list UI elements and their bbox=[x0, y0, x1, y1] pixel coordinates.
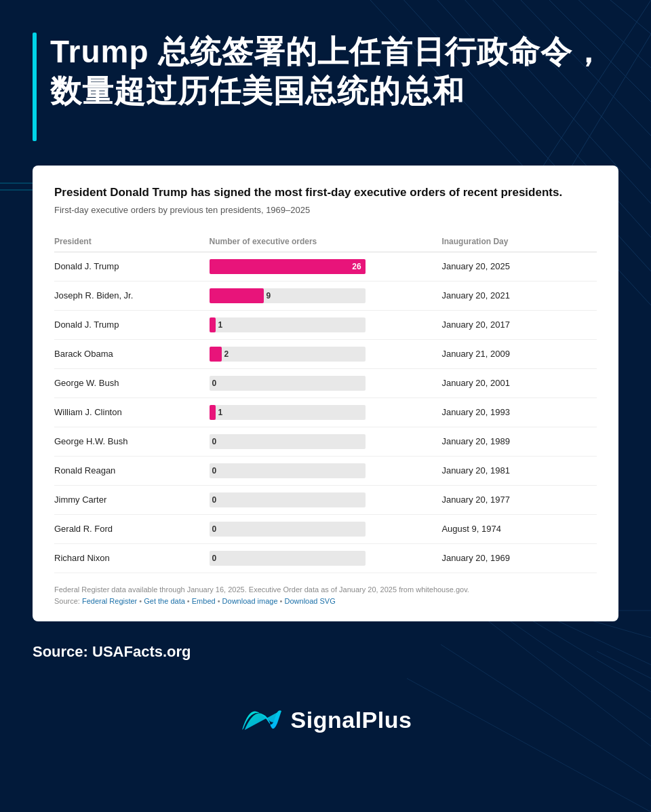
bar-cell: 9 bbox=[210, 281, 442, 310]
chart-subtitle: First-day executive orders by previous t… bbox=[54, 205, 597, 215]
bar-value-label: 1 bbox=[218, 408, 223, 417]
col-date: Inauguration Day bbox=[441, 231, 597, 252]
footer-link[interactable]: Federal Register bbox=[82, 597, 137, 605]
president-name: George W. Bush bbox=[54, 368, 210, 398]
footer-link[interactable]: Embed bbox=[192, 597, 216, 605]
logo-text: SignalPlus bbox=[291, 707, 412, 733]
footer-separator: • bbox=[137, 597, 144, 605]
inauguration-date: January 20, 1969 bbox=[441, 543, 597, 573]
source-line: Source: USAFacts.org bbox=[33, 643, 618, 661]
table-row: Barack Obama2January 21, 2009 bbox=[54, 339, 597, 368]
inauguration-date: January 20, 2021 bbox=[441, 281, 597, 310]
footer-note: Federal Register data available through … bbox=[54, 584, 597, 596]
bar-zero-label: 0 bbox=[212, 437, 217, 446]
title-section: Trump 总统签署的上任首日行政命令，数量超过历任美国总统的总和 bbox=[33, 33, 618, 141]
inauguration-date: August 9, 1974 bbox=[441, 514, 597, 543]
table-row: George H.W. Bush0January 20, 1989 bbox=[54, 427, 597, 456]
inauguration-date: January 20, 1977 bbox=[441, 485, 597, 514]
president-name: Richard Nixon bbox=[54, 543, 210, 573]
president-name: Jimmy Carter bbox=[54, 485, 210, 514]
table-row: Gerald R. Ford0August 9, 1974 bbox=[54, 514, 597, 543]
president-name: Donald J. Trump bbox=[54, 252, 210, 281]
president-name: Ronald Reagan bbox=[54, 456, 210, 485]
bar-cell: 0 bbox=[210, 368, 442, 398]
bar-value-label: 1 bbox=[218, 320, 223, 330]
signalplus-logo-icon bbox=[239, 704, 283, 737]
logo-area: SignalPlus bbox=[33, 693, 618, 737]
footer-link[interactable]: Download SVG bbox=[285, 597, 336, 605]
table-row: Donald J. Trump26January 20, 2025 bbox=[54, 252, 597, 281]
footer-link[interactable]: Download image bbox=[222, 597, 278, 605]
table-row: Richard Nixon0January 20, 1969 bbox=[54, 543, 597, 573]
bar-cell: 0 bbox=[210, 485, 442, 514]
inauguration-date: January 21, 2009 bbox=[441, 339, 597, 368]
data-table: President Number of executive orders Ina… bbox=[54, 231, 597, 573]
table-row: Ronald Reagan0January 20, 1981 bbox=[54, 456, 597, 485]
bar-value-label: 9 bbox=[267, 291, 271, 301]
inauguration-date: January 20, 2001 bbox=[441, 368, 597, 398]
inauguration-date: January 20, 1989 bbox=[441, 427, 597, 456]
president-name: Donald J. Trump bbox=[54, 310, 210, 339]
chart-headline: President Donald Trump has signed the mo… bbox=[54, 185, 597, 201]
table-row: George W. Bush0January 20, 2001 bbox=[54, 368, 597, 398]
bar-cell: 1 bbox=[210, 310, 442, 339]
bar-cell: 0 bbox=[210, 427, 442, 456]
chart-footer: Federal Register data available through … bbox=[54, 584, 597, 608]
bar-value-label: 2 bbox=[224, 349, 229, 359]
president-name: George H.W. Bush bbox=[54, 427, 210, 456]
table-row: Joseph R. Biden, Jr.9January 20, 2021 bbox=[54, 281, 597, 310]
bar-cell: 2 bbox=[210, 339, 442, 368]
bar-zero-label: 0 bbox=[212, 524, 217, 534]
footer-link[interactable]: Get the data bbox=[144, 597, 185, 605]
col-orders: Number of executive orders bbox=[210, 231, 442, 252]
bar-cell: 0 bbox=[210, 543, 442, 573]
bar-zero-label: 0 bbox=[212, 466, 217, 476]
table-row: Jimmy Carter0January 20, 1977 bbox=[54, 485, 597, 514]
bar-cell: 0 bbox=[210, 514, 442, 543]
title-accent-bar bbox=[33, 33, 37, 141]
bar-cell: 0 bbox=[210, 456, 442, 485]
bar-cell: 1 bbox=[210, 398, 442, 427]
col-president: President bbox=[54, 231, 210, 252]
inauguration-date: January 20, 1981 bbox=[441, 456, 597, 485]
inauguration-date: January 20, 2025 bbox=[441, 252, 597, 281]
table-row: William J. Clinton1January 20, 1993 bbox=[54, 398, 597, 427]
footer-source: Source: Federal Register • Get the data … bbox=[54, 596, 597, 608]
footer-separator: • bbox=[185, 597, 192, 605]
chart-card: President Donald Trump has signed the mo… bbox=[33, 166, 618, 621]
bar-zero-label: 0 bbox=[212, 554, 217, 563]
table-row: Donald J. Trump1January 20, 2017 bbox=[54, 310, 597, 339]
page-title: Trump 总统签署的上任首日行政命令，数量超过历任美国总统的总和 bbox=[50, 33, 618, 111]
inauguration-date: January 20, 2017 bbox=[441, 310, 597, 339]
president-name: Barack Obama bbox=[54, 339, 210, 368]
bar-zero-label: 0 bbox=[212, 495, 217, 505]
footer-source-label: Source: bbox=[54, 597, 82, 605]
bar-zero-label: 0 bbox=[212, 379, 217, 388]
president-name: Gerald R. Ford bbox=[54, 514, 210, 543]
president-name: William J. Clinton bbox=[54, 398, 210, 427]
president-name: Joseph R. Biden, Jr. bbox=[54, 281, 210, 310]
bar-cell: 26 bbox=[210, 252, 442, 281]
footer-separator: • bbox=[278, 597, 285, 605]
inauguration-date: January 20, 1993 bbox=[441, 398, 597, 427]
footer-separator: • bbox=[216, 597, 222, 605]
